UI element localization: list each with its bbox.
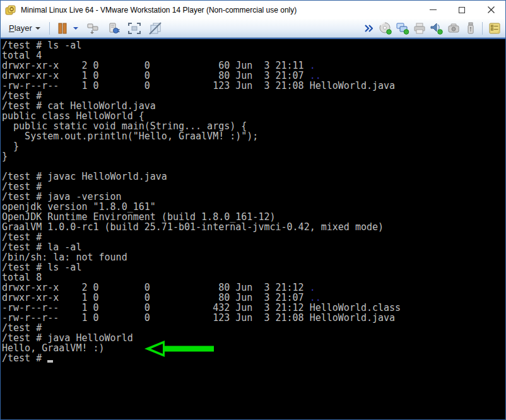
connect-device-button[interactable] <box>105 20 122 37</box>
close-button[interactable] <box>476 1 505 19</box>
suspend-button-group[interactable] <box>54 20 78 37</box>
fullscreen-button[interactable] <box>126 20 143 37</box>
minimize-icon <box>430 9 437 10</box>
player-menu-label: Player <box>9 23 32 33</box>
vmware-app-icon <box>5 5 16 15</box>
unity-mode-icon <box>148 22 162 35</box>
window-controls <box>418 1 505 19</box>
cd-dvd-icon <box>379 22 392 35</box>
suspend-button[interactable] <box>54 20 71 37</box>
connect-device-icon <box>107 22 120 35</box>
expand-chevrons-icon <box>364 25 373 32</box>
sound-device-button[interactable] <box>428 20 445 37</box>
sidebar-toggle-button[interactable] <box>486 20 503 37</box>
expand-toolbar-button[interactable] <box>360 20 377 37</box>
usb-device-button[interactable] <box>462 20 479 37</box>
maximize-icon <box>459 7 465 13</box>
vm-hierarchy-button[interactable] <box>85 20 102 37</box>
maximize-button[interactable] <box>447 1 476 19</box>
toolbar-separator <box>482 22 483 35</box>
suspend-dropdown-icon[interactable] <box>73 27 78 30</box>
player-menu-button[interactable]: Player <box>3 21 46 35</box>
window-title: Minimal Linux Live 64 - VMware Workstati… <box>21 6 297 15</box>
webcam-device-button[interactable] <box>445 20 462 37</box>
suspend-pause-icon <box>57 23 68 34</box>
device-status-icons <box>360 20 503 37</box>
chevron-down-icon <box>35 27 40 30</box>
close-icon <box>488 6 495 13</box>
terminal-output: /test # ls -altotal 4drwxr-xr-x 2 0 0 60… <box>2 40 505 363</box>
minimize-button[interactable] <box>418 1 447 19</box>
usb-icon <box>464 22 478 35</box>
vm-terminal-screen[interactable]: /test # ls -altotal 4drwxr-xr-x 2 0 0 60… <box>1 38 505 419</box>
cd-dvd-device-button[interactable] <box>377 20 394 37</box>
terminal-cursor <box>47 354 53 363</box>
sidebar-notes-icon <box>488 22 501 35</box>
printer-icon <box>413 22 427 35</box>
unity-mode-button[interactable] <box>147 20 164 37</box>
sound-icon <box>430 22 444 35</box>
annotation-arrow <box>143 340 215 358</box>
network-displays-icon <box>396 22 409 35</box>
vmware-player-window: Minimal Linux Live 64 - VMware Workstati… <box>0 0 506 420</box>
toolbar-separator <box>49 22 50 35</box>
network-device-button[interactable] <box>394 20 411 37</box>
toolbar: Player <box>1 19 505 38</box>
printer-device-button[interactable] <box>411 20 428 37</box>
webcam-icon <box>447 22 461 35</box>
titlebar: Minimal Linux Live 64 - VMware Workstati… <box>1 1 505 19</box>
fullscreen-icon <box>127 22 141 35</box>
vm-hierarchy-icon <box>86 22 99 35</box>
